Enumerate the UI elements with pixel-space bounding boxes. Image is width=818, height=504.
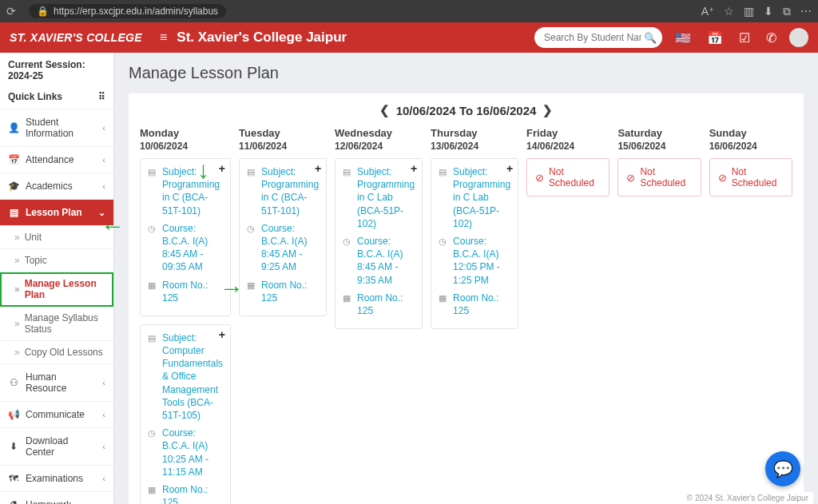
not-scheduled-badge: ⊘Not Scheduled (526, 158, 610, 196)
app-header: ST. XAVIER'S COLLEGE ≡ St. Xavier's Coll… (0, 22, 818, 53)
college-title: St. Xavier's College Jaipur (177, 30, 347, 46)
sidebar-item-lesson-plan[interactable]: ▤ Lesson Plan ⌄ (0, 200, 113, 226)
day-col-thursday: Thursday 13/06/2024 + ▤Subject: Programm… (431, 127, 518, 504)
add-button[interactable]: + (219, 328, 225, 341)
user-icon: 👤 (8, 122, 19, 133)
day-col-sunday: Sunday 16/06/2024 ⊘Not Scheduled (709, 127, 792, 504)
book-icon: ▤ (343, 165, 352, 230)
extension-icon[interactable]: ⧉ (783, 5, 791, 18)
chat-icon: 💬 (773, 459, 793, 478)
building-icon: ▦ (247, 279, 256, 304)
error-icon: ⊘ (535, 172, 544, 184)
building-icon: ▦ (343, 292, 352, 317)
sidebar-item-attendance[interactable]: 📅 Attendance ‹ (0, 147, 113, 173)
sidebar-sub-copy-old-lessons[interactable]: »Copy Old Lessons (0, 341, 113, 364)
book-icon: ▤ (148, 331, 157, 422)
header-search[interactable]: 🔍 (534, 27, 662, 48)
add-button[interactable]: + (411, 162, 417, 175)
book-icon: ▤ (247, 165, 256, 217)
add-button[interactable]: + (506, 162, 513, 175)
building-icon: ▦ (148, 483, 157, 504)
sidebar-sub-manage-syllabus-status[interactable]: »Manage Syllabus Status (0, 307, 113, 341)
checkbox-icon[interactable]: ☑ (736, 30, 753, 46)
search-input[interactable] (544, 32, 641, 43)
week-panel: ❮ 10/06/2024 To 16/06/2024 ❯ Monday 10/0… (129, 93, 804, 504)
list-icon: ▤ (8, 207, 19, 218)
sidebar-sub-unit[interactable]: »Unit (0, 226, 113, 249)
map-icon: 🗺 (8, 473, 19, 484)
collections-icon[interactable]: ▥ (744, 5, 754, 18)
error-icon: ⊘ (718, 172, 727, 184)
date-range: 10/06/2024 To 16/06/2024 (396, 104, 537, 117)
calendar-icon[interactable]: 📅 (704, 30, 726, 46)
book-icon: ▤ (439, 165, 448, 230)
chevron-left-icon: ‹ (102, 123, 105, 133)
download-icon: ⬇ (8, 441, 19, 452)
sidebar-sub-topic[interactable]: »Topic (0, 249, 113, 272)
day-col-monday: Monday 10/06/2024 + ▤Subject: Programmin… (140, 127, 231, 504)
next-week-button[interactable]: ❯ (542, 103, 553, 117)
academics-icon: 🎓 (8, 181, 19, 192)
lesson-card: + ▤Subject: Programming in C Lab (BCA-51… (431, 158, 518, 329)
browser-chrome: ⟳ 🔒 https://erp.sxcjpr.edu.in/admin/syll… (0, 0, 818, 22)
add-button[interactable]: + (315, 162, 321, 175)
flask-icon: ⚗ (8, 499, 19, 504)
chevron-left-icon: ‹ (102, 181, 105, 191)
sidebar-item-examinations[interactable]: 🗺 Examinations ‹ (0, 466, 113, 492)
chat-fab[interactable]: 💬 (765, 451, 800, 486)
url-text: https://erp.sxcjpr.edu.in/admin/syllabus (54, 6, 218, 17)
download-icon[interactable]: ⬇ (764, 5, 773, 18)
grid-icon: ⠿ (98, 91, 105, 102)
lock-icon: 🔒 (37, 6, 49, 17)
brand: ST. XAVIER'S COLLEGE (10, 31, 150, 44)
error-icon: ⊘ (626, 172, 635, 184)
lesson-card: + ▤Subject: Programming in C Lab (BCA-51… (335, 158, 423, 329)
book-icon: ▤ (148, 165, 157, 217)
session-label: Current Session: 2024-25 (0, 53, 113, 88)
building-icon: ▦ (148, 279, 157, 304)
sidebar-item-download-center[interactable]: ⬇ Download Center ‹ (0, 428, 113, 466)
lesson-card: + ▤Subject: Programming in C (BCA-51T-10… (239, 158, 327, 316)
clock-icon: ◷ (148, 427, 157, 478)
avatar[interactable] (789, 28, 808, 47)
hamburger-icon[interactable]: ≡ (160, 30, 167, 45)
chevron-left-icon: ‹ (102, 500, 105, 504)
add-button[interactable]: + (219, 162, 225, 175)
building-icon: ▦ (439, 292, 448, 317)
not-scheduled-badge: ⊘Not Scheduled (617, 158, 701, 196)
day-col-saturday: Saturday 15/06/2024 ⊘Not Scheduled (617, 127, 701, 504)
sidebar: Current Session: 2024-25 Quick Links ⠿ 👤… (0, 53, 114, 504)
bullhorn-icon: 📢 (8, 409, 19, 420)
favorite-icon[interactable]: ☆ (724, 5, 734, 18)
not-scheduled-badge: ⊘Not Scheduled (709, 158, 792, 196)
chevron-left-icon: ‹ (102, 474, 105, 483)
chevron-left-icon: ‹ (102, 442, 105, 451)
menu-icon[interactable]: ⋯ (800, 5, 812, 18)
flag-icon[interactable]: 🇺🇸 (672, 30, 694, 46)
day-col-friday: Friday 14/06/2024 ⊘Not Scheduled (526, 127, 610, 504)
clock-icon: ◷ (439, 235, 448, 287)
search-icon[interactable]: 🔍 (641, 29, 659, 46)
address-bar[interactable]: 🔒 https://erp.sxcjpr.edu.in/admin/syllab… (29, 4, 226, 18)
lesson-card: + ▤Subject: Computer Fundamentals & Offi… (140, 324, 231, 504)
sitemap-icon: ⚇ (8, 377, 19, 388)
prev-week-button[interactable]: ❮ (379, 103, 390, 117)
chevron-left-icon: ‹ (102, 410, 105, 419)
sidebar-item-human-resource[interactable]: ⚇ Human Resource ‹ (0, 364, 113, 402)
sidebar-item-student-info[interactable]: 👤 Student Information ‹ (0, 109, 113, 147)
chevron-down-icon: ⌄ (98, 208, 105, 218)
sidebar-item-academics[interactable]: 🎓 Academics ‹ (0, 173, 113, 200)
sidebar-sub-manage-lesson-plan[interactable]: »Manage Lesson Plan (0, 272, 113, 307)
clock-icon: ◷ (247, 222, 256, 274)
read-aloud-icon[interactable]: A⁺ (701, 5, 714, 18)
page-title: Manage Lesson Plan (129, 64, 804, 82)
refresh-icon[interactable]: ⟳ (6, 5, 16, 18)
sidebar-item-communicate[interactable]: 📢 Communicate ‹ (0, 402, 113, 428)
main-content: Manage Lesson Plan ❮ 10/06/2024 To 16/06… (114, 53, 818, 504)
sidebar-item-homework[interactable]: ⚗ Homework ‹ (0, 492, 113, 504)
chevron-left-icon: ‹ (102, 378, 105, 387)
clock-icon: ◷ (343, 235, 352, 287)
calendar-icon: 📅 (8, 154, 19, 165)
quick-links[interactable]: Quick Links ⠿ (0, 88, 113, 109)
whatsapp-icon[interactable]: ✆ (763, 30, 780, 46)
